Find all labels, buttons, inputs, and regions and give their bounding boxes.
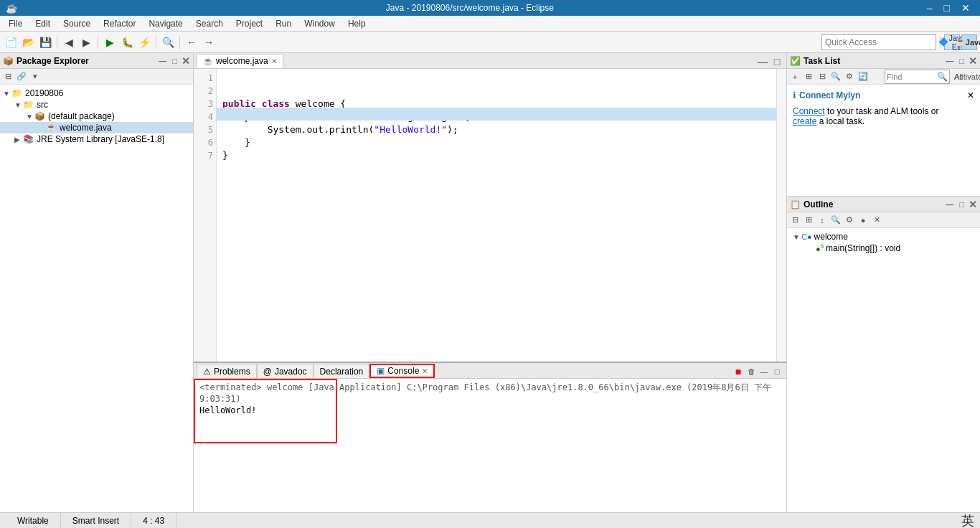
outline-close-button[interactable]: ✕ <box>969 199 977 210</box>
tree-src[interactable]: ▼ 📁 src <box>0 99 193 110</box>
task-list-max-button[interactable]: □ <box>958 57 966 65</box>
console-tab-close[interactable]: ✕ <box>422 367 428 375</box>
editor-scrollbar[interactable] <box>776 69 786 362</box>
editor-max-button[interactable]: □ <box>771 55 783 68</box>
debug-button[interactable]: 🐛 <box>119 34 135 50</box>
outline-btn3[interactable]: ↕ <box>816 214 829 227</box>
menu-run[interactable]: Run <box>270 17 297 30</box>
menu-edit[interactable]: Edit <box>29 17 56 30</box>
title-bar: ☕ Java - 20190806/src/welcome.java - Ecl… <box>0 0 980 16</box>
console-content: <terminated> welcome [Java Application] … <box>194 379 786 418</box>
menu-project[interactable]: Project <box>230 17 268 30</box>
mylyn-close[interactable]: ✕ <box>967 90 974 100</box>
code-editor[interactable]: 1 2 3 4 5 6 7 public class welcome { pub… <box>194 69 786 362</box>
jre-name: JRE System Library [JavaSE-1.8] <box>37 134 164 144</box>
status-smart-insert: Smart Insert <box>61 513 131 528</box>
connect-mylyn-section: ℹ Connect Mylyn ✕ Connect to your task a… <box>787 85 980 132</box>
code-line-2: public class welcome { <box>222 98 346 109</box>
save-button[interactable]: 💾 <box>37 34 53 50</box>
link-editor-button[interactable]: 🔗 <box>15 70 28 83</box>
task-btn6[interactable]: 🔄 <box>857 70 870 83</box>
tree-welcome-java[interactable]: ☕ welcome.java <box>0 122 193 133</box>
search-button[interactable]: 🔍 <box>160 34 176 50</box>
console-icon: ▣ <box>377 366 385 376</box>
jre-arrow: ▶ <box>14 136 23 143</box>
tree-default-package[interactable]: ▼ 📦 (default package) <box>0 110 193 122</box>
outline-btn7[interactable]: ✕ <box>870 214 883 227</box>
console-clear-button[interactable]: 🗑 <box>745 365 758 378</box>
ime-icon: 英 <box>961 512 974 529</box>
tab-console[interactable]: ▣ Console ✕ <box>369 364 435 378</box>
open-button[interactable]: 📂 <box>20 34 36 50</box>
status-bar: Writable Smart Insert 4 : 43 英 <box>0 512 980 528</box>
menu-search[interactable]: Search <box>190 17 229 30</box>
outline-icon: 📋 <box>790 199 801 209</box>
panel-minimize-button[interactable]: — <box>157 57 168 65</box>
task-activate-btn[interactable]: Activate… <box>966 70 979 83</box>
tree-project[interactable]: ▼ 📁 20190806 <box>0 88 193 99</box>
menu-source[interactable]: Source <box>57 17 96 30</box>
console-wrapper: <terminated> welcome [Java Application] … <box>194 379 786 512</box>
connect-link[interactable]: Connect <box>793 106 825 116</box>
task-btn5[interactable]: ⚙ <box>843 70 856 83</box>
menu-window[interactable]: Window <box>298 17 341 30</box>
package-explorer-icon: 📦 <box>3 56 14 66</box>
create-link[interactable]: create <box>793 116 816 126</box>
task-btn3[interactable]: ⊟ <box>816 70 829 83</box>
task-find-input[interactable] <box>887 72 937 81</box>
coverage-button[interactable]: ⚡ <box>136 34 152 50</box>
task-list-close-button[interactable]: ✕ <box>969 55 977 67</box>
bottom-panel: ⚠ Problems @ Javadoc Declaration ▣ Conso… <box>194 362 786 512</box>
minimize-button[interactable]: – <box>923 2 937 14</box>
console-terminate-button[interactable]: ■ <box>732 365 745 378</box>
welcome-java-tab[interactable]: ☕ welcome.java ✕ <box>197 54 283 68</box>
java-perspective[interactable]: ☕ Java <box>961 34 977 50</box>
java-ee-icon: 🔷 <box>938 37 948 47</box>
panel-maximize-button[interactable]: □ <box>171 57 179 65</box>
new-button[interactable]: 📄 <box>3 34 19 50</box>
outline-method[interactable]: ●5 main(String[]) : void <box>790 242 977 254</box>
tree-jre[interactable]: ▶ 📚 JRE System Library [JavaSE-1.8] <box>0 133 193 145</box>
task-btn2[interactable]: ⊞ <box>802 70 815 83</box>
quick-access-box[interactable] <box>821 34 936 50</box>
menu-file[interactable]: File <box>3 17 28 30</box>
task-list-min-button[interactable]: — <box>944 57 955 65</box>
prev-edit-button[interactable]: ◀ <box>61 34 77 50</box>
menu-help[interactable]: Help <box>342 17 372 30</box>
outline-class[interactable]: ▼ C● welcome <box>790 231 977 242</box>
outline-btn6[interactable]: ● <box>857 214 870 227</box>
tab-close-button[interactable]: ✕ <box>271 57 277 65</box>
view-menu-button[interactable]: ▾ <box>29 70 42 83</box>
outline-max-button[interactable]: □ <box>958 200 966 209</box>
outline-btn2[interactable]: ⊞ <box>802 214 815 227</box>
toolbar-sep3 <box>156 36 156 49</box>
task-find-box[interactable]: 🔍 <box>885 70 950 84</box>
menu-navigate[interactable]: Navigate <box>143 17 188 30</box>
outline-min-button[interactable]: — <box>944 200 955 209</box>
collapse-all-button[interactable]: ⊟ <box>1 70 14 83</box>
tab-declaration[interactable]: Declaration <box>314 364 370 378</box>
jre-icon: 📚 <box>23 134 34 144</box>
editor-min-button[interactable]: — <box>756 55 769 68</box>
code-area[interactable]: public class welcome { public static voi… <box>217 69 776 178</box>
maximize-button[interactable]: □ <box>940 2 954 14</box>
run-button[interactable]: ▶ <box>102 34 118 50</box>
console-max-button[interactable]: □ <box>771 365 783 378</box>
menu-refactor[interactable]: Refactor <box>98 17 141 30</box>
forward-nav-button[interactable]: → <box>201 34 217 50</box>
back-nav-button[interactable]: ← <box>184 34 199 50</box>
tab-problems[interactable]: ⚠ Problems <box>197 364 257 378</box>
outline-btn5[interactable]: ⚙ <box>843 214 856 227</box>
outline-btn4[interactable]: 🔍 <box>829 214 842 227</box>
tab-javadoc[interactable]: @ Javadoc <box>257 364 314 378</box>
panel-close-button[interactable]: ✕ <box>182 55 190 67</box>
close-button[interactable]: ✕ <box>957 2 974 14</box>
editor-tabs: ☕ welcome.java ✕ — □ <box>194 53 786 69</box>
task-btn4[interactable]: 🔍 <box>829 70 842 83</box>
window-title: Java - 20190806/src/welcome.java - Eclip… <box>17 3 923 13</box>
next-edit-button[interactable]: ▶ <box>78 34 94 50</box>
console-min-button[interactable]: — <box>758 365 771 378</box>
outline-btn1[interactable]: ⊟ <box>788 214 801 227</box>
quick-access-input[interactable] <box>825 37 933 47</box>
new-task-button[interactable]: + <box>788 70 801 83</box>
